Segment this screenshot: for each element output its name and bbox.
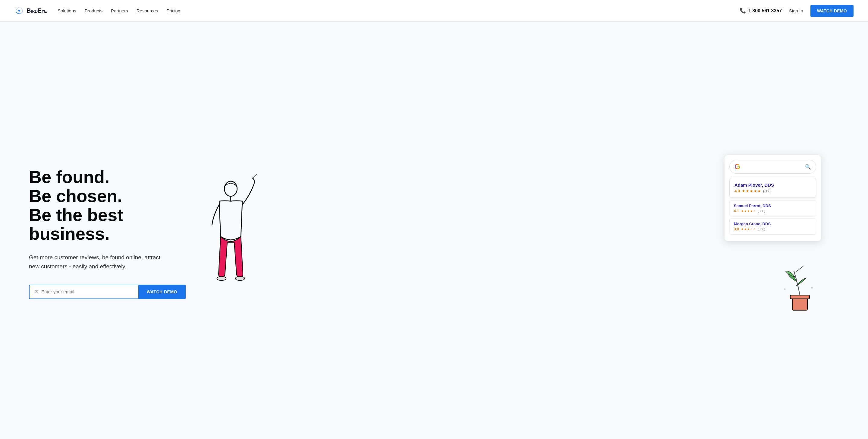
watch-demo-hero-button[interactable]: WATCH DEMO — [138, 285, 186, 299]
google-search-bar: G 🔍 — [730, 160, 816, 174]
rating-count-2: (300) — [758, 209, 766, 213]
rating-score-1: 4.9 — [735, 189, 740, 193]
nav-right: 📞 1 800 561 3357 Sign In WATCH DEMO — [740, 5, 854, 17]
svg-point-8 — [811, 287, 813, 289]
watch-demo-nav-button[interactable]: WATCH DEMO — [810, 5, 854, 17]
svg-point-3 — [217, 276, 226, 281]
result-name-1: Adam Plover, DDS — [735, 182, 811, 187]
svg-line-5 — [253, 174, 257, 178]
nav-phone: 📞 1 800 561 3357 — [740, 7, 782, 14]
rating-count-3: (300) — [758, 227, 766, 231]
result-rating-3: 3.8 ★★★☆☆ (300) — [734, 227, 812, 231]
google-g-logo: G — [735, 163, 740, 171]
hero-headline: Be found. Be chosen. Be the best busines… — [29, 168, 186, 243]
email-icon: ✉ — [34, 289, 38, 295]
svg-rect-7 — [790, 295, 809, 299]
google-search-card: G 🔍 Adam Plover, DDS 4.9 ★★★★★ (308) Sam… — [724, 155, 821, 241]
rating-score-2: 4.1 — [734, 209, 739, 213]
hero-content: Be found. Be chosen. Be the best busines… — [29, 168, 186, 299]
headline-line1: Be found. — [29, 167, 110, 187]
navbar: BirdEye Solutions Products Partners Reso… — [0, 0, 868, 22]
result-name-3: Morgan Crane, DDS — [734, 222, 812, 226]
review-result-3: Morgan Crane, DDS 3.8 ★★★☆☆ (300) — [730, 218, 816, 235]
result-rating-1: 4.9 ★★★★★ (308) — [735, 189, 811, 193]
svg-point-0 — [19, 10, 20, 11]
email-input[interactable] — [41, 289, 133, 294]
hero-section: Be found. Be chosen. Be the best busines… — [0, 22, 868, 439]
email-input-wrapper: ✉ — [29, 285, 138, 299]
hero-subtext: Get more customer reviews, be found onli… — [29, 253, 167, 271]
nav-left: BirdEye Solutions Products Partners Reso… — [14, 7, 180, 15]
stars-2: ★★★★☆ — [741, 209, 756, 213]
rating-score-3: 3.8 — [734, 227, 739, 231]
nav-partners[interactable]: Partners — [111, 8, 128, 13]
logo[interactable]: BirdEye — [14, 7, 47, 15]
phone-icon: 📞 — [740, 7, 746, 14]
nav-products[interactable]: Products — [85, 8, 102, 13]
review-result-2: Samuel Parrot, DDS 4.1 ★★★★☆ (300) — [730, 200, 816, 216]
svg-point-4 — [236, 276, 245, 281]
person-illustration — [195, 167, 261, 312]
logo-icon — [14, 7, 24, 15]
google-search-icon: 🔍 — [805, 164, 811, 170]
stars-3: ★★★☆☆ — [741, 227, 756, 231]
hero-illustration: G 🔍 Adam Plover, DDS 4.9 ★★★★★ (308) Sam… — [186, 155, 839, 312]
headline-line2: Be chosen. — [29, 186, 122, 206]
logo-text: BirdEye — [27, 7, 47, 14]
stars-1: ★★★★★ — [742, 189, 761, 193]
review-result-main: Adam Plover, DDS 4.9 ★★★★★ (308) — [730, 178, 816, 198]
phone-number: 1 800 561 3357 — [748, 8, 782, 13]
svg-point-9 — [784, 289, 786, 290]
plant-illustration — [779, 261, 821, 312]
nav-solutions[interactable]: Solutions — [58, 8, 76, 13]
result-name-2: Samuel Parrot, DDS — [734, 204, 812, 208]
nav-resources[interactable]: Resources — [136, 8, 158, 13]
headline-line3: Be the best business. — [29, 205, 123, 244]
hero-form: ✉ WATCH DEMO — [29, 285, 186, 299]
nav-pricing[interactable]: Pricing — [166, 8, 180, 13]
sign-in-link[interactable]: Sign In — [789, 8, 803, 13]
rating-count-1: (308) — [763, 189, 772, 193]
result-rating-2: 4.1 ★★★★☆ (300) — [734, 209, 812, 213]
nav-links: Solutions Products Partners Resources Pr… — [58, 8, 180, 13]
